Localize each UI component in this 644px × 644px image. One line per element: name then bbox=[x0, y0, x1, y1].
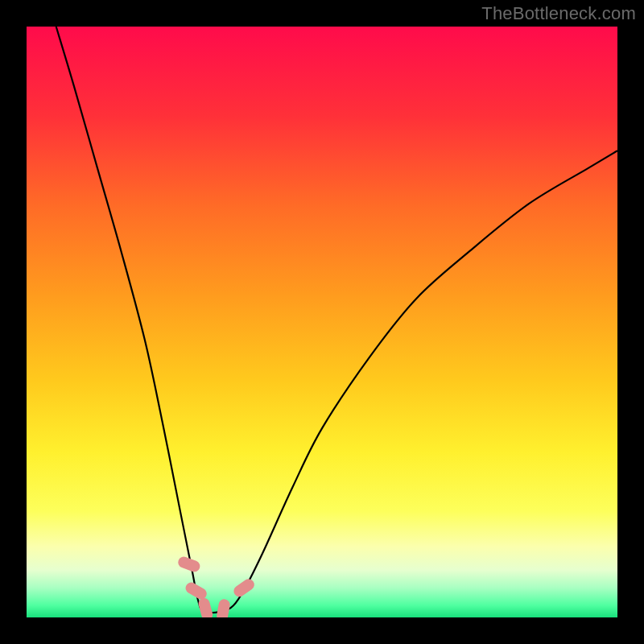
figure-frame: TheBottleneck.com bbox=[0, 0, 644, 644]
watermark-text: TheBottleneck.com bbox=[481, 3, 636, 24]
chart-background bbox=[27, 27, 617, 617]
plot-area bbox=[27, 27, 617, 617]
chart-svg bbox=[27, 27, 617, 617]
